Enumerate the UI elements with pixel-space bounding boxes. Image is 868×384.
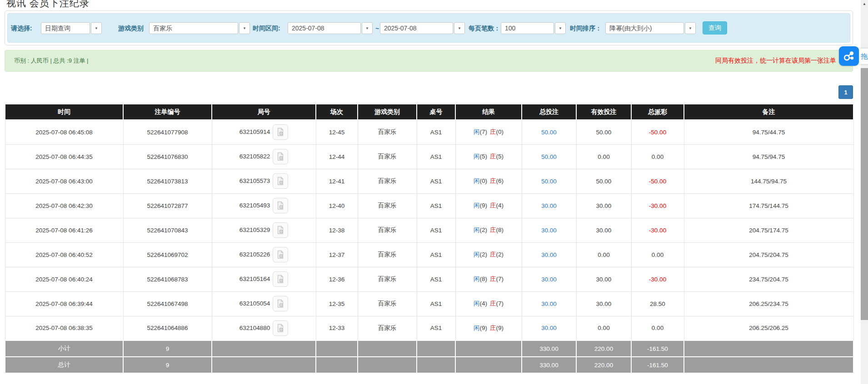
cell-time: 2025-07-08 06:43:00 bbox=[5, 169, 123, 193]
cell-valid-bet: 50.00 bbox=[576, 120, 631, 144]
player-result-score: (2) bbox=[480, 251, 488, 258]
banker-result-score: (5) bbox=[496, 153, 504, 160]
chevron-down-icon[interactable]: ▼ bbox=[454, 22, 465, 34]
scrollbar-thumb[interactable] bbox=[861, 68, 868, 320]
video-playback-button[interactable] bbox=[273, 198, 288, 213]
total-bet-link[interactable]: 30.00 bbox=[541, 202, 557, 209]
video-playback-button[interactable] bbox=[273, 296, 288, 311]
subtotal-row: 小计 9 330.00 220.00 -161.50 bbox=[5, 340, 853, 357]
cell-bet-id: 522641067498 bbox=[123, 291, 212, 316]
total-bet-link[interactable]: 30.00 bbox=[541, 227, 557, 234]
player-result-label: 闲 bbox=[474, 251, 480, 258]
date-to-select[interactable]: 2025-07-08 ▼ bbox=[380, 22, 465, 34]
time-sort-value[interactable]: 降幂(由大到小) bbox=[605, 22, 684, 34]
cell-time: 2025-07-08 06:45:08 bbox=[5, 120, 123, 144]
cell-time: 2025-07-08 06:41:26 bbox=[5, 218, 123, 242]
banker-result-label: 庄 bbox=[490, 226, 496, 233]
banker-result-label: 庄 bbox=[490, 276, 496, 282]
page-title: 视讯 会员下注纪录 bbox=[6, 0, 90, 10]
cell-valid-bet: 0.00 bbox=[576, 144, 631, 169]
round-id-value: 632104880 bbox=[239, 324, 270, 331]
cell-valid-bet: 30.00 bbox=[576, 291, 631, 316]
time-sort-label: 时间排序： bbox=[570, 14, 602, 43]
video-playback-icon bbox=[276, 128, 285, 137]
video-playback-button[interactable] bbox=[273, 320, 288, 336]
video-playback-button[interactable] bbox=[273, 222, 288, 238]
table-row: 2025-07-08 06:45:08 522641077908 6321059… bbox=[5, 120, 853, 144]
cell-remark: 206.25/206.25 bbox=[684, 316, 853, 340]
cell-game: 百家乐 bbox=[358, 218, 417, 242]
cell-total-bet: 50.00 bbox=[522, 120, 576, 144]
player-result-score: (0) bbox=[480, 177, 488, 184]
banker-result-label: 庄 bbox=[490, 300, 496, 307]
date-from-select[interactable]: 2025-07-08 ▼ bbox=[288, 22, 373, 34]
cloud-share-glyph bbox=[843, 50, 855, 62]
cell-session: 12-45 bbox=[316, 120, 358, 144]
banker-result-label: 庄 bbox=[490, 153, 496, 160]
chevron-down-icon[interactable]: ▼ bbox=[685, 22, 696, 34]
cell-total-bet: 30.00 bbox=[522, 242, 576, 267]
page-size-select[interactable]: 100 ▼ bbox=[501, 22, 566, 34]
video-playback-button[interactable] bbox=[273, 149, 288, 164]
search-button[interactable]: 查询 bbox=[703, 21, 727, 34]
subtotal-total-bet: 330.00 bbox=[522, 340, 576, 357]
round-id-value: 632105822 bbox=[239, 153, 270, 160]
video-playback-button[interactable] bbox=[273, 247, 288, 262]
cloud-share-icon[interactable] bbox=[839, 46, 859, 66]
cell-game: 百家乐 bbox=[358, 169, 417, 193]
video-playback-icon bbox=[276, 152, 285, 161]
chevron-down-icon[interactable]: ▼ bbox=[239, 22, 250, 34]
video-playback-button[interactable] bbox=[273, 124, 288, 140]
date-to-value[interactable]: 2025-07-08 bbox=[380, 22, 453, 34]
total-bet-link[interactable]: 50.00 bbox=[541, 129, 557, 136]
total-bet-link[interactable]: 30.00 bbox=[541, 251, 557, 258]
table-row: 2025-07-08 06:39:44 522641067498 6321050… bbox=[5, 291, 853, 316]
time-sort-select[interactable]: 降幂(由大到小) ▼ bbox=[605, 22, 696, 34]
subtotal-count: 9 bbox=[123, 340, 212, 357]
video-playback-icon bbox=[276, 226, 285, 235]
player-result-score: (9) bbox=[480, 325, 488, 331]
col-header-game-type: 游戏类别 bbox=[358, 104, 417, 120]
cell-bet-id: 522641073813 bbox=[123, 169, 212, 193]
cell-payout: 0.00 bbox=[631, 242, 684, 267]
query-type-value[interactable]: 日期查询 bbox=[41, 22, 90, 34]
cell-table-no: AS1 bbox=[417, 193, 455, 218]
subtotal-payout: -161.50 bbox=[631, 340, 684, 357]
cell-time: 2025-07-08 06:38:35 bbox=[5, 316, 123, 340]
game-type-select[interactable]: 百家乐 ▼ bbox=[149, 22, 250, 34]
cell-table-no: AS1 bbox=[417, 291, 455, 316]
chevron-down-icon[interactable]: ▼ bbox=[555, 22, 566, 34]
cell-valid-bet: 30.00 bbox=[576, 218, 631, 242]
page-size-value[interactable]: 100 bbox=[501, 22, 554, 34]
player-result-score: (8) bbox=[480, 276, 488, 282]
cell-payout: -30.00 bbox=[631, 218, 684, 242]
cell-bet-id: 522641068783 bbox=[123, 267, 212, 291]
total-bet-link[interactable]: 30.00 bbox=[541, 325, 557, 331]
col-header-bet-id: 注单编号 bbox=[123, 104, 212, 120]
total-bet-link[interactable]: 50.00 bbox=[541, 178, 557, 185]
round-id-value: 632105329 bbox=[239, 226, 270, 233]
cell-total-bet: 50.00 bbox=[522, 169, 576, 193]
cell-game: 百家乐 bbox=[358, 316, 417, 340]
scroll-up-arrow-icon[interactable]: ▲ bbox=[861, 0, 868, 8]
table-header-row: 时间 注单编号 局号 场次 游戏类别 桌号 结果 总投注 有效投注 总派彩 备注 bbox=[5, 104, 853, 120]
video-playback-button[interactable] bbox=[273, 173, 288, 189]
chevron-down-icon[interactable]: ▼ bbox=[91, 22, 102, 34]
game-type-value[interactable]: 百家乐 bbox=[149, 22, 238, 34]
video-playback-button[interactable] bbox=[273, 271, 288, 287]
query-type-select[interactable]: 日期查询 ▼ bbox=[41, 22, 102, 34]
cell-round-id: 632105822 bbox=[212, 144, 316, 169]
pagination-page-1[interactable]: 1 bbox=[838, 85, 853, 99]
total-bet-link[interactable]: 30.00 bbox=[541, 300, 557, 307]
date-from-value[interactable]: 2025-07-08 bbox=[288, 22, 361, 34]
cell-table-no: AS1 bbox=[417, 267, 455, 291]
cell-game: 百家乐 bbox=[358, 242, 417, 267]
cell-game: 百家乐 bbox=[358, 291, 417, 316]
cell-result: 闲(8)庄(7) bbox=[455, 267, 522, 291]
total-bet-link[interactable]: 30.00 bbox=[541, 276, 557, 283]
chevron-down-icon[interactable]: ▼ bbox=[362, 22, 373, 34]
grandtotal-payout: -161.50 bbox=[631, 357, 684, 373]
cell-remark: 234.75/204.75 bbox=[684, 267, 853, 291]
cell-time: 2025-07-08 06:44:35 bbox=[5, 144, 123, 169]
total-bet-link[interactable]: 50.00 bbox=[541, 153, 557, 160]
